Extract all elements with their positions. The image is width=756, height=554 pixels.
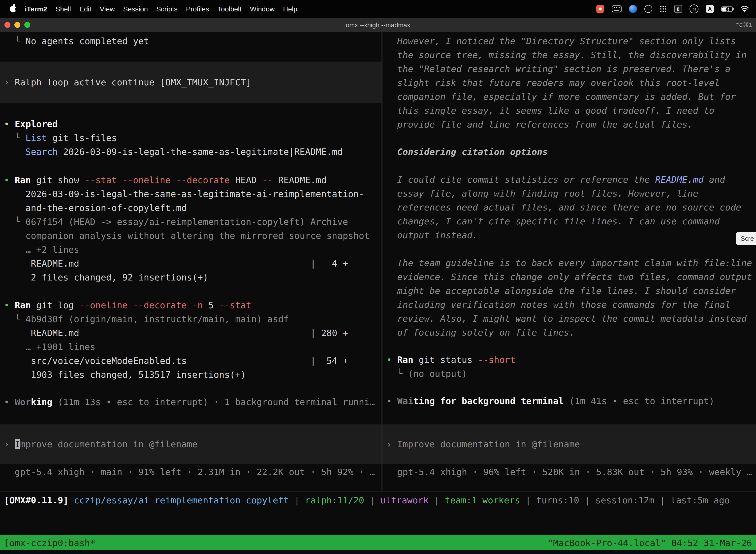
menu-item-toolbelt[interactable]: Toolbelt xyxy=(217,5,242,13)
reasoning-paragraph: The team guideline is to back every impo… xyxy=(382,256,756,340)
git-show-block: • Ran git show --stat --oneline --decora… xyxy=(0,173,381,284)
reasoning-line: references need actual files, and since … xyxy=(382,201,756,214)
wifi-icon[interactable] xyxy=(740,6,749,12)
reasoning-line: The team guideline is to back every impo… xyxy=(382,256,756,270)
right-terminal-pane[interactable]: However, I noticed the "Directory Struct… xyxy=(382,32,756,491)
input-source-icon[interactable]: A xyxy=(706,5,714,13)
file-stat-line: 2 files changed, 92 insertions(+) xyxy=(0,271,381,284)
reasoning-line: including verification notes with those … xyxy=(382,298,756,312)
prompt-input-line: › Improve documentation in @filename xyxy=(382,437,756,451)
menu-item-shell[interactable]: Shell xyxy=(56,5,71,13)
menu-item-scripts[interactable]: Scripts xyxy=(156,5,178,13)
file-stat-line: 1903 files changed, 513517 insertions(+) xyxy=(0,368,381,382)
blue-app-icon[interactable] xyxy=(629,5,637,13)
record-dot-icon xyxy=(599,7,602,10)
tool-header-line: • Explored xyxy=(0,117,381,131)
reasoning-line: of focusing solely on file lines. xyxy=(382,326,756,340)
reasoning-line: the source tree, missing the essay. Stil… xyxy=(382,48,756,62)
menu-item-window[interactable]: Window xyxy=(250,5,275,13)
menu-bar-status-icons: 8 .61 A xyxy=(596,4,749,13)
file-stat-line: README.md | 4 + xyxy=(0,257,381,271)
reasoning-line: output instead. xyxy=(382,228,756,242)
inject-banner: › Ralph loop active continue [OMX_TMUX_I… xyxy=(0,62,381,103)
menu-item-profiles[interactable]: Profiles xyxy=(186,5,209,13)
tool-command-line: 2026-03-09-is-legal-the-same-as-legitima… xyxy=(0,187,381,201)
reasoning-line: I could cite commit statistics or refere… xyxy=(382,173,756,187)
git-status-block: • Ran git status --short └ (no output) xyxy=(382,353,756,381)
key-8-icon[interactable]: 8 xyxy=(674,5,682,13)
battery-charging-icon[interactable] xyxy=(721,6,733,12)
dark-circle-app-icon[interactable] xyxy=(644,5,652,13)
reasoning-line: However, I noticed the "Directory Struct… xyxy=(382,34,756,48)
tool-output-line: … +2 lines xyxy=(0,243,381,257)
reasoning-line: changes, I can't cite specific file line… xyxy=(382,214,756,228)
reasoning-line: provide file and line references from th… xyxy=(382,118,756,131)
tool-output-line: … +1901 lines xyxy=(0,340,381,354)
battery-gauge-icon[interactable]: .61 xyxy=(690,4,698,13)
explored-block: • Explored └ List git ls-files Search 20… xyxy=(0,117,381,159)
reasoning-line: this single essay, it seems like a good … xyxy=(382,104,756,118)
tmux-status-bar: [omx-cczip0:bash* "MacBook-Pro-44.local"… xyxy=(0,535,756,550)
reasoning-line: essay file, along with finding root file… xyxy=(382,187,756,201)
prompt-input-line: › Improve documentation in @filename xyxy=(0,437,381,451)
screen-recording-icon[interactable] xyxy=(596,5,604,13)
dots-grid-icon[interactable] xyxy=(660,5,667,12)
apple-menu-icon[interactable] xyxy=(10,6,16,12)
git-log-block: • Ran git log --oneline --decorate -n 5 … xyxy=(0,298,381,382)
reasoning-paragraph: I could cite commit statistics or refere… xyxy=(382,173,756,242)
tool-command-line: and-the-erosion-of-copyleft.md xyxy=(0,201,381,215)
terminal-area: └ No agents completed yet › Ralph loop a… xyxy=(0,32,756,491)
tmux-host-clock: "MacBook-Pro-44.local" 04:52 31-Mar-26 xyxy=(548,537,752,548)
file-stat-line: README.md | 280 + xyxy=(0,326,381,340)
tool-command-line: • Ran git show --stat --oneline --decora… xyxy=(0,173,381,187)
tool-command-line: • Ran git log --oneline --decorate -n 5 … xyxy=(0,298,381,312)
reasoning-line: evidence. Since this change only affects… xyxy=(382,270,756,284)
notification-clip: Scre xyxy=(736,232,756,245)
menu-item-view[interactable]: View xyxy=(100,5,115,13)
agents-status-line: └ No agents completed yet xyxy=(0,34,381,48)
inject-banner-line: › Ralph loop active continue [OMX_TMUX_I… xyxy=(0,75,381,89)
tmux-session-label: [omx-cczip0:bash* xyxy=(4,537,95,548)
menu-bar: iTerm2 Shell Edit View Session Scripts P… xyxy=(0,0,756,18)
tool-call-line: Search 2026-03-09-is-legal-the-same-as-l… xyxy=(0,145,381,159)
window-shortcut-badge: ⌥⌘1 xyxy=(736,21,752,28)
reasoning-line: review. Also, I might want to inspect th… xyxy=(382,312,756,326)
tool-output-line: └ 067f154 (HEAD -> essay/ai-reimplementa… xyxy=(0,215,381,229)
menu-item-help[interactable]: Help xyxy=(283,5,297,13)
menu-item-edit[interactable]: Edit xyxy=(79,5,91,13)
left-terminal-pane[interactable]: └ No agents completed yet › Ralph loop a… xyxy=(0,32,381,491)
window-title: omx --xhigh --madmax xyxy=(0,21,756,29)
reasoning-heading: Considering citation options xyxy=(382,145,756,159)
bottom-status-region: [OMX#0.11.9] cczip/essay/ai-reimplementa… xyxy=(0,491,756,554)
reasoning-heading-block: Considering citation options xyxy=(382,145,756,159)
reasoning-line: slight risk that future readers may over… xyxy=(382,76,756,90)
reasoning-line: the "Related research writing" section i… xyxy=(382,62,756,76)
menu-item-iterm2[interactable]: iTerm2 xyxy=(25,5,47,13)
session-stats-line: gpt-5.4 xhigh · main · 91% left · 2.31M … xyxy=(0,465,375,479)
tool-command-line: • Ran git status --short xyxy=(382,353,756,367)
reasoning-line: companion file, especially if more comme… xyxy=(382,90,756,104)
tool-output-line: companion analysis without altering the … xyxy=(0,229,381,243)
menu-bar-menus: iTerm2 Shell Edit View Session Scripts P… xyxy=(10,5,297,13)
waiting-status-line: • Waiting for background terminal (1m 41… xyxy=(382,394,756,408)
session-stats-line: gpt-5.4 xhigh · 96% left · 520K in · 5.8… xyxy=(382,465,752,479)
omx-status-line: [OMX#0.11.9] cczip/essay/ai-reimplementa… xyxy=(0,493,756,507)
reasoning-line: might be acceptable alongside the file l… xyxy=(382,284,756,298)
tool-output-line: └ 4b9d30f (origin/main, instructkr/main,… xyxy=(0,312,381,326)
reasoning-paragraph: However, I noticed the "Directory Struct… xyxy=(382,34,756,131)
file-stat-line: src/voice/voiceModeEnabled.ts | 54 + xyxy=(0,354,381,368)
screen: iTerm2 Shell Edit View Session Scripts P… xyxy=(0,0,756,554)
tool-call-line: └ List git ls-files xyxy=(0,131,381,145)
menu-item-session[interactable]: Session xyxy=(123,5,148,13)
window-title-bar[interactable]: omx --xhigh --madmax ⌥⌘1 xyxy=(0,18,756,32)
working-status-line: • Working (11m 13s • esc to interrupt) ·… xyxy=(0,395,381,409)
keyboard-icon[interactable] xyxy=(612,5,622,12)
prompt-input[interactable]: › Improve documentation in @filename xyxy=(0,425,381,464)
prompt-input[interactable]: › Improve documentation in @filename xyxy=(382,425,756,464)
tool-output-line: └ (no output) xyxy=(382,367,756,381)
